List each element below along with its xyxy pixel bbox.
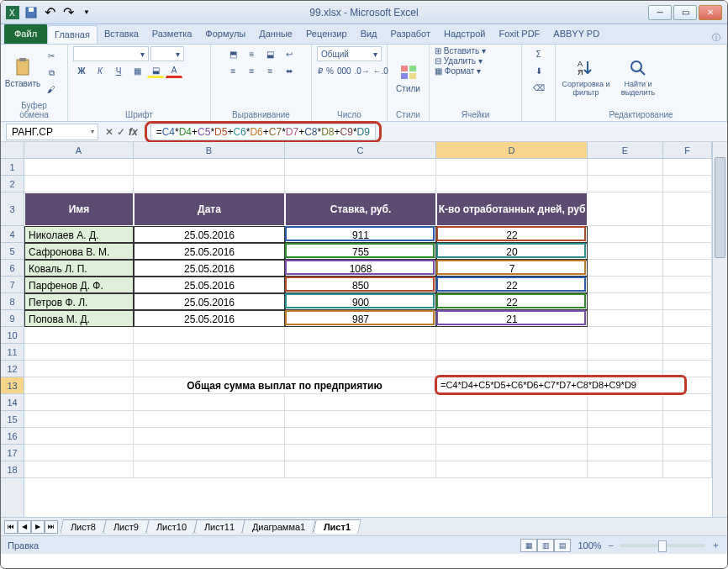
cell-E11[interactable] xyxy=(588,344,663,361)
format-cells-button[interactable]: ▦ Формат ▾ xyxy=(435,66,516,76)
cell-A14[interactable] xyxy=(24,394,134,411)
row-header-2[interactable]: 2 xyxy=(1,176,24,192)
cell-E2[interactable] xyxy=(588,176,663,192)
cell-B5[interactable]: 25.05.2016 xyxy=(134,243,285,260)
cell-B1[interactable] xyxy=(134,159,285,176)
cell-B18[interactable] xyxy=(134,461,285,478)
ribbon-tab-вид[interactable]: Вид xyxy=(354,25,384,44)
save-icon[interactable] xyxy=(24,6,38,19)
cell-C16[interactable] xyxy=(285,428,436,445)
cell-E15[interactable] xyxy=(588,411,663,428)
tab-nav-last[interactable]: ⏭ xyxy=(45,520,58,534)
cell-F14[interactable] xyxy=(663,394,712,411)
file-tab[interactable]: Файл xyxy=(4,24,47,44)
comma-button[interactable]: 000 xyxy=(336,63,352,78)
cell-D10[interactable] xyxy=(436,327,588,344)
cell-A8[interactable]: Петров Ф. Л. xyxy=(24,293,134,310)
cell-C11[interactable] xyxy=(285,344,436,361)
cell-A11[interactable] xyxy=(24,344,134,361)
cell-C8[interactable]: 900 xyxy=(285,293,436,310)
cell-A10[interactable] xyxy=(24,327,134,344)
find-select-button[interactable]: Найти и выделить xyxy=(615,54,662,101)
cell-D5[interactable]: 20 xyxy=(436,243,588,260)
currency-button[interactable]: ₽ xyxy=(317,63,324,78)
paste-button[interactable]: Вставить xyxy=(6,50,40,97)
cell-B13[interactable]: Общая сумма выплат по предприятию xyxy=(134,377,436,394)
cell-A15[interactable] xyxy=(24,411,134,428)
help-icon[interactable]: ⓘ xyxy=(712,32,720,44)
cell-A9[interactable]: Попова М. Д. xyxy=(24,310,134,327)
cell-B10[interactable] xyxy=(134,327,285,344)
cell-D16[interactable] xyxy=(436,428,588,445)
cell-D14[interactable] xyxy=(436,394,588,411)
cell-D18[interactable] xyxy=(436,461,588,478)
cell-E16[interactable] xyxy=(588,428,663,445)
ribbon-tab-надстрой[interactable]: Надстрой xyxy=(437,25,492,44)
cell-C12[interactable] xyxy=(285,361,436,377)
cell-A7[interactable]: Парфенов Д. Ф. xyxy=(24,277,134,293)
cell-A2[interactable] xyxy=(24,176,134,192)
vertical-scrollbar[interactable] xyxy=(712,142,727,517)
ribbon-tab-формулы[interactable]: Формулы xyxy=(198,25,252,44)
autosum-button[interactable]: Σ xyxy=(530,46,547,61)
tab-nav-prev[interactable]: ◀ xyxy=(18,520,31,534)
merge-button[interactable]: ⬌ xyxy=(281,63,298,78)
undo-icon[interactable]: ↶ xyxy=(43,6,56,19)
cell-C10[interactable] xyxy=(285,327,436,344)
align-bottom-button[interactable]: ⬓ xyxy=(262,46,279,61)
decrease-decimal-button[interactable]: ←.0 xyxy=(372,63,389,78)
cell-E18[interactable] xyxy=(588,461,663,478)
row-header-3[interactable]: 3 xyxy=(1,192,24,226)
cell-D6[interactable]: 7 xyxy=(436,260,588,277)
enter-formula-icon[interactable]: ✓ xyxy=(117,126,125,138)
cell-E10[interactable] xyxy=(588,327,663,344)
cell-F6[interactable] xyxy=(663,260,712,277)
border-button[interactable]: ▦ xyxy=(129,63,145,78)
column-header-A[interactable]: A xyxy=(24,142,134,158)
qat-dropdown-icon[interactable]: ▼ xyxy=(80,6,93,19)
cell-A13[interactable] xyxy=(24,377,134,394)
fx-icon[interactable]: fx xyxy=(129,126,138,138)
cell-F18[interactable] xyxy=(663,461,712,478)
cell-B2[interactable] xyxy=(134,176,285,192)
cell-D17[interactable] xyxy=(436,445,588,461)
tab-nav-first[interactable]: ⏮ xyxy=(4,520,18,534)
cell-A6[interactable]: Коваль Л. П. xyxy=(24,260,134,277)
cell-D11[interactable] xyxy=(436,344,588,361)
percent-button[interactable]: % xyxy=(325,63,335,78)
cell-C3[interactable]: Ставка, руб. xyxy=(285,192,436,226)
cell-F11[interactable] xyxy=(663,344,712,361)
row-header-4[interactable]: 4 xyxy=(1,226,24,243)
zoom-slider[interactable] xyxy=(620,544,704,547)
cell-A16[interactable] xyxy=(24,428,134,445)
row-header-8[interactable]: 8 xyxy=(1,293,24,310)
zoom-level[interactable]: 100% xyxy=(578,540,601,551)
cell-F15[interactable] xyxy=(663,411,712,428)
fill-button[interactable]: ⬇ xyxy=(530,63,547,78)
zoom-in-button[interactable]: ＋ xyxy=(711,539,720,551)
cell-E8[interactable] xyxy=(588,293,663,310)
align-top-button[interactable]: ⬒ xyxy=(225,46,242,61)
cancel-formula-icon[interactable]: ✕ xyxy=(105,126,113,138)
font-combo[interactable]: ▾ xyxy=(73,46,149,61)
cell-C14[interactable] xyxy=(285,394,436,411)
align-left-button[interactable]: ≡ xyxy=(225,63,242,78)
cell-B3[interactable]: Дата xyxy=(134,192,285,226)
cell-D15[interactable] xyxy=(436,411,588,428)
cell-D3[interactable]: К-во отработанных дней, руб xyxy=(436,192,588,226)
row-header-18[interactable]: 18 xyxy=(1,461,24,478)
cell-F10[interactable] xyxy=(663,327,712,344)
cell-F1[interactable] xyxy=(663,159,712,176)
page-layout-view-button[interactable]: ▥ xyxy=(537,539,554,552)
cell-E7[interactable] xyxy=(588,277,663,293)
ribbon-tab-главная[interactable]: Главная xyxy=(47,25,98,44)
cell-C1[interactable] xyxy=(285,159,436,176)
cell-E17[interactable] xyxy=(588,445,663,461)
ribbon-tab-вставка[interactable]: Вставка xyxy=(98,25,145,44)
cell-A18[interactable] xyxy=(24,461,134,478)
cell-F4[interactable] xyxy=(663,226,712,243)
cell-B7[interactable]: 25.05.2016 xyxy=(134,277,285,293)
fill-color-button[interactable]: ⬓ xyxy=(147,63,164,78)
cell-D7[interactable]: 22 xyxy=(436,277,588,293)
column-header-B[interactable]: B xyxy=(134,142,285,158)
